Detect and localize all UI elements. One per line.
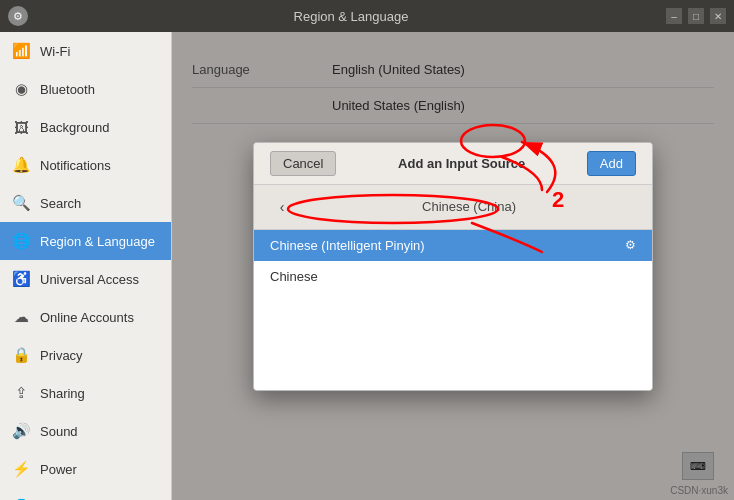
- sidebar-item-label: Wi-Fi: [40, 44, 70, 59]
- sidebar-item-label: Notifications: [40, 158, 111, 173]
- item-label: Chinese (Intelligent Pinyin): [270, 238, 425, 253]
- cancel-button[interactable]: Cancel: [270, 151, 336, 176]
- app-icon: ⚙: [8, 6, 28, 26]
- item-label: Chinese: [270, 269, 318, 284]
- sidebar-item-network[interactable]: 🌐 Network: [0, 488, 171, 500]
- sidebar-item-label: Background: [40, 120, 109, 135]
- sidebar-item-label: Privacy: [40, 348, 83, 363]
- modal-overlay: Cancel Add an Input Source Add ‹ Chinese…: [172, 32, 734, 500]
- window-title: Region & Language: [36, 9, 666, 24]
- titlebar: ⚙ Region & Language – □ ✕: [0, 0, 734, 32]
- sidebar-item-label: Online Accounts: [40, 310, 134, 325]
- list-item-chinese[interactable]: Chinese: [254, 261, 652, 292]
- region-icon: 🌐: [12, 232, 30, 250]
- sidebar-item-background[interactable]: 🖼 Background: [0, 108, 171, 146]
- sidebar-item-search[interactable]: 🔍 Search: [0, 184, 171, 222]
- sidebar-item-label: Universal Access: [40, 272, 139, 287]
- window-controls: – □ ✕: [666, 8, 726, 24]
- list-item-intelligent-pinyin[interactable]: Chinese (Intelligent Pinyin) ⚙: [254, 230, 652, 261]
- modal-title: Add an Input Source: [398, 156, 525, 171]
- sidebar-item-online[interactable]: ☁ Online Accounts: [0, 298, 171, 336]
- online-icon: ☁: [12, 308, 30, 326]
- add-input-source-modal: Cancel Add an Input Source Add ‹ Chinese…: [253, 142, 653, 391]
- content-area: Language English (United States) United …: [172, 32, 734, 500]
- sidebar-item-label: Search: [40, 196, 81, 211]
- sidebar-item-label: Sound: [40, 424, 78, 439]
- search-icon: 🔍: [12, 194, 30, 212]
- bluetooth-icon: ◉: [12, 80, 30, 98]
- wifi-icon: 📶: [12, 42, 30, 60]
- modal-breadcrumb-bar: ‹ Chinese (China): [254, 185, 652, 230]
- minimize-button[interactable]: –: [666, 8, 682, 24]
- main-container: 📶 Wi-Fi ◉ Bluetooth 🖼 Background 🔔 Notif…: [0, 32, 734, 500]
- sharing-icon: ⇪: [12, 384, 30, 402]
- sidebar-item-power[interactable]: ⚡ Power: [0, 450, 171, 488]
- sidebar: 📶 Wi-Fi ◉ Bluetooth 🖼 Background 🔔 Notif…: [0, 32, 172, 500]
- sidebar-item-sound[interactable]: 🔊 Sound: [0, 412, 171, 450]
- privacy-icon: 🔒: [12, 346, 30, 364]
- sound-icon: 🔊: [12, 422, 30, 440]
- sidebar-item-label: Bluetooth: [40, 82, 95, 97]
- notifications-icon: 🔔: [12, 156, 30, 174]
- sidebar-item-bluetooth[interactable]: ◉ Bluetooth: [0, 70, 171, 108]
- sidebar-item-sharing[interactable]: ⇪ Sharing: [0, 374, 171, 412]
- sidebar-item-notifications[interactable]: 🔔 Notifications: [0, 146, 171, 184]
- sidebar-item-label: Power: [40, 462, 77, 477]
- sidebar-item-region[interactable]: 🌐 Region & Language: [0, 222, 171, 260]
- modal-title-bar: Cancel Add an Input Source Add: [254, 143, 652, 185]
- settings-icon: ⚙: [625, 238, 636, 252]
- back-button[interactable]: ‹: [270, 195, 294, 219]
- close-button[interactable]: ✕: [710, 8, 726, 24]
- add-button[interactable]: Add: [587, 151, 636, 176]
- sidebar-item-universal[interactable]: ♿ Universal Access: [0, 260, 171, 298]
- power-icon: ⚡: [12, 460, 30, 478]
- sidebar-item-label: Sharing: [40, 386, 85, 401]
- universal-icon: ♿: [12, 270, 30, 288]
- background-icon: 🖼: [12, 118, 30, 136]
- sidebar-item-label: Region & Language: [40, 234, 155, 249]
- sidebar-item-wifi[interactable]: 📶 Wi-Fi: [0, 32, 171, 70]
- modal-list: Chinese (Intelligent Pinyin) ⚙ Chinese: [254, 230, 652, 390]
- sidebar-item-privacy[interactable]: 🔒 Privacy: [0, 336, 171, 374]
- maximize-button[interactable]: □: [688, 8, 704, 24]
- modal-breadcrumb: Chinese (China): [302, 199, 636, 214]
